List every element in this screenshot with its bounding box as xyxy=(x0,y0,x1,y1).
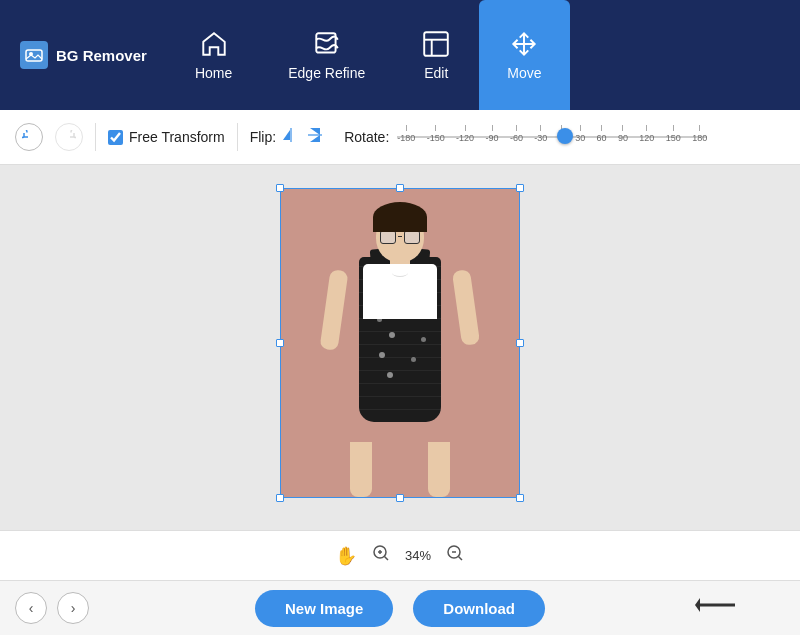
handle-bottom-left[interactable] xyxy=(276,494,284,502)
zoom-bar: ✋ 34% xyxy=(0,530,800,580)
nav-edit-label: Edit xyxy=(424,65,448,81)
logo-icon xyxy=(20,41,48,69)
handle-top-left[interactable] xyxy=(276,184,284,192)
next-button[interactable]: › xyxy=(57,592,89,624)
flip-controls: Flip: xyxy=(250,126,324,148)
app-title: BG Remover xyxy=(56,47,147,64)
action-bar: ‹ › New Image Download xyxy=(0,580,800,635)
svg-marker-6 xyxy=(283,130,290,140)
flip-horizontal-button[interactable] xyxy=(282,126,300,148)
page-navigation: ‹ › xyxy=(15,592,89,624)
svg-marker-8 xyxy=(310,128,320,135)
download-button[interactable]: Download xyxy=(413,590,545,627)
free-transform-control[interactable]: Free Transform xyxy=(108,129,225,145)
handle-top-right[interactable] xyxy=(516,184,524,192)
nav-move[interactable]: Move xyxy=(479,0,569,110)
svg-marker-10 xyxy=(310,135,320,142)
toolbar: Free Transform Flip: Rotate: -180 -150 -… xyxy=(0,110,800,165)
zoom-out-button[interactable] xyxy=(445,543,465,568)
handle-middle-right[interactable] xyxy=(516,339,524,347)
svg-rect-0 xyxy=(26,50,42,61)
image-container[interactable] xyxy=(280,188,520,498)
nav-edit[interactable]: Edit xyxy=(393,0,479,110)
rotate-scale-labels: -180 -150 -120 -90 -60 -30 0 30 60 90 12… xyxy=(397,125,707,143)
divider-2 xyxy=(237,123,238,151)
nav-edge-refine[interactable]: Edge Refine xyxy=(260,0,393,110)
handle-middle-left[interactable] xyxy=(276,339,284,347)
prev-button[interactable]: ‹ xyxy=(15,592,47,624)
svg-line-17 xyxy=(459,557,463,561)
redo-button[interactable] xyxy=(55,123,83,151)
arrow-indicator xyxy=(695,590,745,627)
rotate-thumb[interactable] xyxy=(557,128,573,144)
handle-bottom-right[interactable] xyxy=(516,494,524,502)
handle-bottom-center[interactable] xyxy=(396,494,404,502)
handle-top-center[interactable] xyxy=(396,184,404,192)
nav-items: Home Edge Refine Edit xyxy=(167,0,570,110)
free-transform-label: Free Transform xyxy=(129,129,225,145)
hand-tool-icon[interactable]: ✋ xyxy=(335,545,357,567)
undo-button[interactable] xyxy=(15,123,43,151)
svg-rect-3 xyxy=(425,32,449,56)
new-image-button[interactable]: New Image xyxy=(255,590,393,627)
rotate-label: Rotate: xyxy=(344,129,389,145)
nav-move-label: Move xyxy=(507,65,541,81)
app-logo: BG Remover xyxy=(20,41,147,69)
flip-vertical-button[interactable] xyxy=(306,126,324,148)
zoom-in-button[interactable] xyxy=(371,543,391,568)
nav-bar: BG Remover Home Edge Refine Edit xyxy=(0,0,800,110)
free-transform-checkbox[interactable] xyxy=(108,130,123,145)
zoom-value: 34% xyxy=(405,548,431,563)
canvas-area xyxy=(0,165,800,530)
rotate-section: Rotate: -180 -150 -120 -90 -60 -30 0 30 … xyxy=(344,125,707,149)
divider-1 xyxy=(95,123,96,151)
svg-marker-19 xyxy=(695,598,700,612)
nav-home-label: Home xyxy=(195,65,232,81)
rotate-slider[interactable]: -180 -150 -120 -90 -60 -30 0 30 60 90 12… xyxy=(397,125,707,149)
nav-home[interactable]: Home xyxy=(167,0,260,110)
svg-line-14 xyxy=(384,557,388,561)
nav-edge-refine-label: Edge Refine xyxy=(288,65,365,81)
flip-label: Flip: xyxy=(250,129,276,145)
image-box xyxy=(280,188,520,498)
